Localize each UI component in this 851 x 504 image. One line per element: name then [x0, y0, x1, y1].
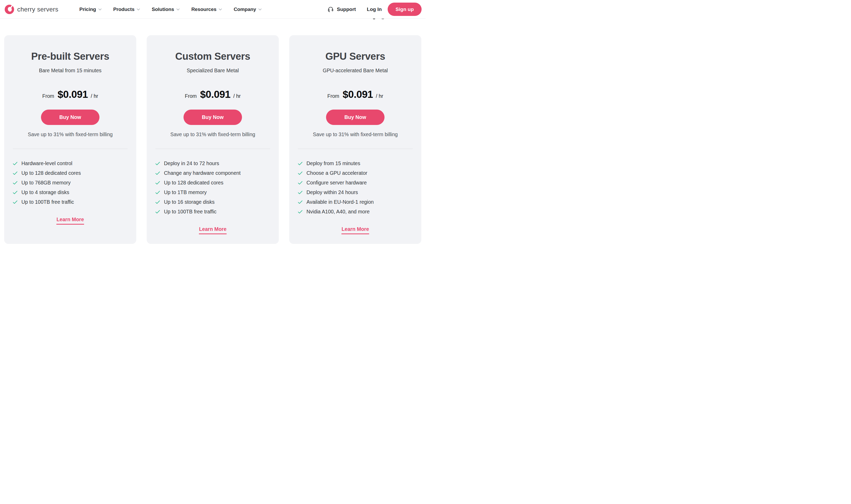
nav-item-resources[interactable]: Resources — [191, 6, 222, 12]
price-row: From $0.091 / hr — [155, 89, 270, 101]
check-icon — [13, 162, 17, 165]
save-note: Save up to 31% with fixed-term billing — [298, 131, 413, 138]
feature-item: Up to 128 dedicated cores — [155, 179, 270, 186]
feature-item: Configure server hardware — [298, 179, 413, 186]
check-icon — [155, 210, 160, 214]
price-prefix: From — [42, 93, 54, 99]
cherry-logo-icon — [4, 5, 15, 14]
chevron-down-icon — [258, 8, 262, 11]
login-link[interactable]: Log In — [367, 6, 382, 12]
card-subtitle: GPU-accelerated Bare Metal — [298, 68, 413, 74]
divider — [13, 149, 128, 149]
feature-item: Up to 768GB memory — [13, 179, 128, 186]
card-title: Custom Servers — [155, 50, 270, 62]
check-icon — [155, 172, 160, 175]
chevron-down-icon — [219, 8, 222, 11]
check-icon — [155, 191, 160, 194]
feature-item: Change any hardware component — [155, 169, 270, 177]
check-icon — [298, 162, 302, 165]
feature-item: Up to 16 storage disks — [155, 199, 270, 205]
feature-list: Deploy from 15 minutes Choose a GPU acce… — [298, 160, 413, 215]
pricing-page: cherry servers Pricing Products Solution… — [0, 0, 426, 252]
card-subtitle: Specialized Bare Metal — [155, 68, 270, 74]
card-subtitle: Bare Metal from 15 minutes — [13, 68, 128, 74]
pricing-card-gpu: GPU Servers GPU-accelerated Bare Metal F… — [289, 35, 421, 244]
divider — [155, 149, 270, 149]
learn-more-link[interactable]: Learn More — [342, 226, 369, 234]
feature-item: Up to 1TB memory — [155, 189, 270, 196]
feature-list: Hardware-level control Up to 128 dedicat… — [13, 160, 128, 205]
chevron-down-icon — [137, 8, 140, 11]
check-icon — [13, 200, 17, 204]
buy-now-button[interactable]: Buy Now — [326, 110, 384, 125]
check-icon — [155, 200, 160, 204]
buy-now-button[interactable]: Buy Now — [41, 110, 100, 125]
price-unit: / hr — [376, 93, 383, 99]
pricing-cards: Pre-built Servers Bare Metal from 15 min… — [4, 35, 421, 244]
nav-item-solutions[interactable]: Solutions — [152, 6, 179, 12]
main-nav: Pricing Products Solutions Resources Com… — [80, 0, 262, 19]
feature-item: Deploy in 24 to 72 hours — [155, 160, 270, 167]
save-note: Save up to 31% with fixed-term billing — [13, 131, 128, 138]
check-icon — [298, 191, 302, 194]
price-amount: $0.091 — [343, 89, 373, 100]
brand-logo[interactable]: cherry servers — [4, 0, 58, 19]
brand-wordmark: cherry servers — [17, 6, 58, 13]
clipped-content-fragment — [382, 19, 384, 19]
check-icon — [13, 181, 17, 185]
feature-item: Deploy within 24 hours — [298, 189, 413, 196]
feature-item: Nvidia A100, A40, and more — [298, 208, 413, 215]
support-link[interactable]: Support — [327, 6, 356, 13]
site-header: cherry servers Pricing Products Solution… — [0, 0, 426, 19]
check-icon — [298, 172, 302, 175]
check-icon — [155, 162, 160, 165]
price-amount: $0.091 — [200, 89, 230, 100]
price-prefix: From — [327, 93, 340, 99]
check-icon — [298, 210, 302, 214]
learn-more-link[interactable]: Learn More — [56, 217, 84, 224]
header-actions: Support Log In Sign up — [327, 0, 421, 19]
signup-button[interactable]: Sign up — [388, 3, 421, 16]
feature-item: Hardware-level control — [13, 160, 128, 167]
price-prefix: From — [185, 93, 197, 99]
price-row: From $0.091 / hr — [13, 89, 128, 101]
buy-now-button[interactable]: Buy Now — [184, 110, 242, 125]
pricing-card-prebuilt: Pre-built Servers Bare Metal from 15 min… — [4, 35, 136, 244]
check-icon — [298, 181, 302, 185]
feature-item: Up to 4 storage disks — [13, 189, 128, 196]
clipped-content-fragment — [373, 19, 375, 19]
pricing-card-custom: Custom Servers Specialized Bare Metal Fr… — [147, 35, 279, 244]
chevron-down-icon — [176, 8, 179, 11]
check-icon — [13, 191, 17, 194]
feature-list: Deploy in 24 to 72 hours Change any hard… — [155, 160, 270, 215]
nav-item-pricing[interactable]: Pricing — [80, 6, 102, 12]
check-icon — [298, 200, 302, 204]
price-unit: / hr — [91, 93, 98, 99]
feature-item: Choose a GPU accelerator — [298, 169, 413, 177]
price-amount: $0.091 — [58, 89, 88, 100]
price-row: From $0.091 / hr — [298, 89, 413, 101]
feature-item: Up to 100TB free traffic — [155, 208, 270, 215]
learn-more-link[interactable]: Learn More — [199, 226, 226, 234]
chevron-down-icon — [99, 8, 102, 11]
feature-item: Deploy from 15 minutes — [298, 160, 413, 167]
card-title: Pre-built Servers — [13, 50, 128, 62]
save-note: Save up to 31% with fixed-term billing — [155, 131, 270, 138]
divider — [298, 149, 413, 149]
price-unit: / hr — [233, 93, 241, 99]
card-title: GPU Servers — [298, 50, 413, 62]
headset-icon — [327, 6, 334, 13]
feature-item: Up to 100TB free traffic — [13, 199, 128, 205]
nav-item-products[interactable]: Products — [113, 6, 140, 12]
feature-item: Up to 128 dedicated cores — [13, 169, 128, 177]
check-icon — [155, 181, 160, 185]
nav-item-company[interactable]: Company — [233, 6, 262, 12]
check-icon — [13, 172, 17, 175]
feature-item: Available in EU-Nord-1 region — [298, 199, 413, 205]
